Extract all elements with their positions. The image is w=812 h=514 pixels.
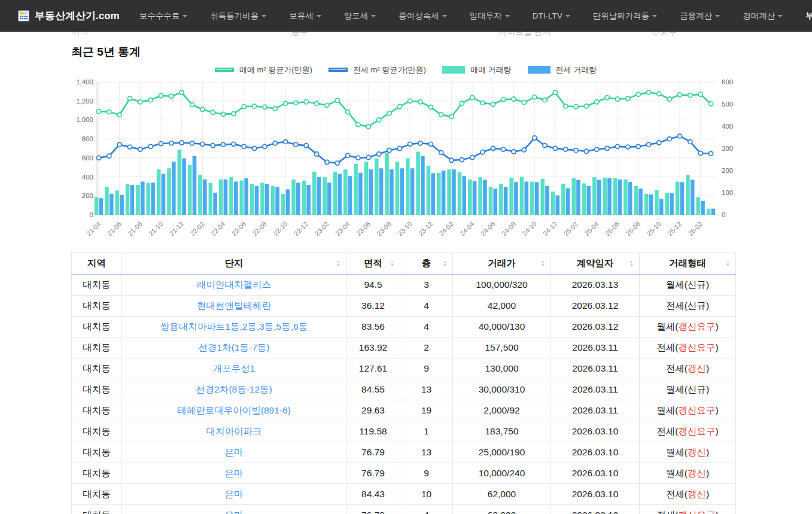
nav-item-경매계산[interactable]: 경매계산: [731, 11, 794, 22]
x-axis-tick: 21-08: [126, 220, 143, 237]
legend-label: 매매 거래량: [470, 65, 512, 75]
complex-cell: 은마: [122, 505, 346, 514]
nav-item-보유세[interactable]: 보유세: [278, 11, 333, 22]
complex-cell: 대치아이파크: [122, 421, 346, 442]
volume-bars: [95, 150, 715, 215]
x-axis-tick: 24-10: [521, 220, 537, 237]
legend-item[interactable]: 전세 m² 평균가(만원): [329, 65, 426, 75]
price-cell: 40,000/130: [453, 317, 551, 337]
deal-status: 갱신: [688, 447, 706, 457]
column-header-label: 층: [422, 258, 431, 268]
floor-cell: 2: [400, 337, 453, 358]
complex-link[interactable]: 선경2차(8동-12동): [196, 384, 272, 394]
floor-cell: 1: [400, 421, 453, 442]
chevron-down-icon: [317, 15, 321, 17]
left-axis-tick: 200: [82, 192, 93, 199]
nav-item-취득등기비용[interactable]: 취득등기비용: [199, 11, 278, 22]
left-axis-tick: 400: [82, 174, 93, 181]
x-axis-tick: 26-02: [687, 220, 704, 237]
complex-link[interactable]: 래미안대치팰리스: [197, 279, 271, 290]
complex-link[interactable]: 개포우성1: [213, 363, 256, 373]
x-axis-labels: 21-0421-0621-0821-1021-1222-0222-0422-06…: [85, 220, 704, 237]
x-axis-tick: 25-10: [645, 220, 662, 237]
column-header-단지[interactable]: 단지▲▼: [122, 253, 346, 275]
deal-status: 신규: [688, 384, 706, 394]
price-cell: 42,000: [453, 296, 551, 317]
area-cell: 36.12: [346, 296, 400, 317]
complex-link[interactable]: 은마: [225, 510, 244, 514]
nav-item-금융계산[interactable]: 금융계산: [668, 11, 731, 22]
page-title: 최근 5년 통계: [71, 44, 141, 60]
deal-type-cell: 월세(갱신): [640, 463, 736, 484]
sort-icon[interactable]: ▲▼: [541, 260, 545, 266]
complex-link[interactable]: 현대썬앤빌테헤란: [197, 300, 271, 311]
deal-status: 갱신: [688, 489, 706, 499]
date-cell: 2026.03.12: [551, 317, 640, 337]
column-header-label: 단지: [225, 258, 244, 268]
price-cell: 2,000/92: [453, 400, 551, 421]
chevron-down-icon: [565, 15, 570, 17]
complex-link[interactable]: 은마: [225, 468, 244, 478]
price-cell: 100,000/320: [453, 275, 551, 296]
area-cell: 29.63: [346, 400, 400, 421]
deal-type-cell: 월세(갱신요구): [640, 400, 736, 421]
x-axis-tick: 24-12: [542, 220, 558, 237]
complex-link[interactable]: 대치아이파크: [206, 426, 262, 436]
calculator-icon: [18, 10, 29, 22]
legend-item[interactable]: 매매 거래량: [442, 65, 512, 75]
column-header-거래형태[interactable]: 거래형태▲▼: [640, 253, 736, 275]
date-cell: 2026.03.10: [551, 505, 640, 514]
sort-icon[interactable]: ▲▼: [726, 260, 730, 266]
region-cell: 대치동: [72, 484, 122, 505]
x-axis-tick: 23-04: [334, 220, 351, 237]
price-cell: 68,000: [453, 505, 551, 514]
sort-icon[interactable]: ▲▼: [390, 260, 394, 266]
floor-cell: 4: [400, 296, 453, 317]
brand-logo[interactable]: 부동산계산기.com: [18, 9, 120, 23]
chart-legend: 매매 m² 평균가(만원)전세 m² 평균가(만원)매매 거래량전세 거래량: [71, 63, 740, 76]
area-cell: 76.79: [346, 463, 400, 484]
floor-cell: 9: [400, 358, 453, 379]
column-header-지역: 지역: [72, 253, 122, 275]
right-axis-tick: 600: [722, 78, 733, 86]
column-header-거래가[interactable]: 거래가▲▼: [453, 253, 551, 275]
deal-status: 갱신: [688, 363, 706, 373]
nav-item-임대투자[interactable]: 임대투자: [458, 11, 521, 22]
deal-type-cell: 전세(신규): [640, 296, 736, 317]
x-axis-tick: 24-02: [438, 220, 455, 237]
deal-type-cell: 전세(갱신): [640, 358, 736, 379]
x-axis-tick: 22-02: [188, 220, 205, 237]
nav-item-단위날짜가격등[interactable]: 단위날짜가격등: [582, 11, 669, 22]
column-header-면적[interactable]: 면적▲▼: [346, 253, 400, 275]
region-cell: 대치동: [72, 358, 122, 379]
table-row: 대치동대치아이파크119.581183,7502026.03.10전세(갱신요구…: [72, 421, 736, 442]
sort-icon[interactable]: ▲▼: [443, 260, 447, 266]
legend-item[interactable]: 전세 거래량: [528, 65, 597, 75]
sort-icon[interactable]: ▲▼: [336, 260, 340, 266]
nav-item-양도세[interactable]: 양도세: [333, 11, 388, 22]
left-axis-tick: 1,000: [76, 116, 93, 123]
date-cell: 2026.03.10: [551, 463, 640, 484]
complex-link[interactable]: 쌍용대치아파트1동,2동,3동,5동,6동: [160, 321, 308, 331]
column-header-계약일자[interactable]: 계약일자▲▼: [551, 253, 640, 275]
nav-item-부동산정보[interactable]: 부동산정보: [794, 11, 812, 22]
x-axis-tick: 22-08: [251, 220, 267, 237]
nav-item-보수수수료[interactable]: 보수수수료: [128, 11, 199, 22]
column-header-층[interactable]: 층▲▼: [400, 253, 453, 275]
complex-link[interactable]: 테헤란로대우아이빌(891-6): [177, 405, 290, 415]
deal-type-cell: 월세(갱신요구): [640, 317, 736, 337]
nav-item-증여상속세[interactable]: 증여상속세: [387, 11, 458, 22]
price-cell: 157,500: [453, 337, 551, 358]
complex-link[interactable]: 선경1차(1동-7동): [199, 342, 270, 352]
sort-icon[interactable]: ▲▼: [629, 260, 634, 266]
table-row: 대치동은마76.791325,000/1902026.03.10월세(갱신): [72, 442, 736, 463]
floor-cell: 13: [400, 442, 453, 463]
legend-item[interactable]: 매매 m² 평균가(만원): [215, 65, 312, 75]
complex-link[interactable]: 은마: [225, 489, 244, 499]
floor-cell: 19: [400, 400, 453, 421]
nav-item-DTI·LTV[interactable]: DTI·LTV: [521, 11, 582, 20]
chart-plot: 02004006008001,0001,2001,400010020030040…: [71, 76, 740, 242]
legend-swatch: [329, 68, 348, 72]
complex-link[interactable]: 은마: [225, 447, 244, 457]
x-axis-tick: 25-02: [562, 220, 579, 237]
